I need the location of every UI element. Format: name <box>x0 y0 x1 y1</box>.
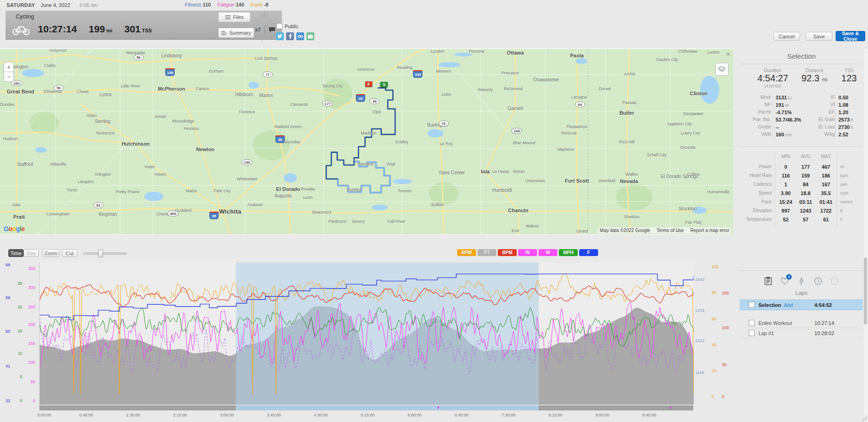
summary-tss: TSS123 <box>828 68 868 84</box>
lap-name: Selection <box>758 302 781 308</box>
fitness-metrics: Fitness110Fatigue140Form-8 <box>185 2 269 7</box>
divider <box>740 147 863 147</box>
time-tick-label: 0:00:00 <box>37 413 51 417</box>
resize-grip[interactable] <box>862 416 867 421</box>
scrollbar-thumb[interactable] <box>864 257 867 324</box>
divider <box>773 95 773 139</box>
time-tick-label: 5:15:00 <box>361 413 375 417</box>
link-share-button[interactable] <box>296 32 304 40</box>
axis-tick-label: 0 <box>722 394 736 399</box>
page-scrollbar[interactable] <box>863 49 868 422</box>
lap-name: Entire Workout <box>758 320 792 326</box>
selection-checkbox[interactable] <box>749 302 755 308</box>
trend-chart-icon[interactable] <box>262 36 268 41</box>
axis-tick-label: 50 <box>722 362 736 367</box>
power-tab-icon[interactable] <box>796 276 807 286</box>
lap-checkbox[interactable] <box>749 320 755 326</box>
files-button[interactable]: Files <box>218 12 251 22</box>
mam-value: 61 <box>823 217 829 222</box>
selection-sidebar: Selection Duration4:54:27(4:54:52)Distan… <box>740 49 863 422</box>
lap-row-lap-1[interactable]: Lap #110:28:02 <box>740 328 863 338</box>
email-share-button[interactable] <box>306 32 314 40</box>
legend-chip-w[interactable]: W <box>518 249 537 256</box>
mam-value: 0 <box>784 164 787 170</box>
map-zoom-out-button[interactable]: − <box>4 72 14 82</box>
chart-smoothing-slider-handle[interactable] <box>98 250 103 257</box>
summary-duration: Duration4:54:27(4:54:52) <box>752 68 794 88</box>
chart-smoothing-slider-track[interactable] <box>83 252 127 255</box>
chart-cut-button[interactable]: Cut <box>62 249 77 257</box>
map-data-credit: Map data ©2022 Google <box>599 228 650 233</box>
date-label: June 4, 2022 <box>41 2 70 8</box>
start-marker[interactable]: S <box>380 82 388 87</box>
time-label: 6:06 am <box>79 2 98 8</box>
custom-tab-icon[interactable] <box>830 276 840 286</box>
activity-totals: 10:27:14 199mi 301TSS <box>38 24 152 35</box>
metric-form: Form-8 <box>251 2 268 7</box>
save-label: Save <box>813 34 825 39</box>
chart-zoom-button[interactable]: Zoom <box>43 249 59 257</box>
legend-chip-f[interactable]: F <box>579 249 598 256</box>
facebook-share-button[interactable] <box>286 32 294 40</box>
activity-type-label: Cycling <box>16 13 34 20</box>
mam-row-label: Speed <box>740 190 772 196</box>
mam-unit: bpm <box>840 173 849 178</box>
chart-overview-bar[interactable]: ▾ ▾ <box>39 405 693 410</box>
laps-tab-icon[interactable] <box>763 276 773 286</box>
mam-value: 3.90 <box>781 190 790 196</box>
finish-marker[interactable]: F <box>365 81 373 87</box>
highway-shield: 99 <box>369 98 379 104</box>
public-checkbox[interactable] <box>276 23 282 29</box>
divider <box>740 64 863 64</box>
report-map-error-link[interactable]: Report a map error <box>691 228 729 233</box>
save-button[interactable]: Save <box>806 32 832 41</box>
mam-row-label: Pace <box>740 199 772 204</box>
add-lap-link[interactable]: Add <box>784 302 793 308</box>
save-close-button[interactable]: Save & Close <box>836 31 865 41</box>
mam-header: MAX <box>821 154 831 159</box>
map-layers-button[interactable] <box>715 63 728 76</box>
stat-row: Pwr. Bal.53.7/46.3%El. Gain2573ft <box>740 117 863 124</box>
terms-of-use-link[interactable]: Terms of Use <box>657 228 684 233</box>
twitter-share-button[interactable] <box>276 32 284 40</box>
bar-chart-icon[interactable] <box>262 12 268 18</box>
mam-unit: rpm <box>840 182 848 187</box>
chart-plot-area[interactable] <box>39 263 694 405</box>
divider <box>740 270 863 271</box>
highway-shield: 69 <box>575 101 585 107</box>
lap-checkbox[interactable] <box>749 330 755 336</box>
highway-shield: 35 <box>209 212 219 220</box>
legend-chip-rpm[interactable]: RPM <box>457 249 476 256</box>
google-logo[interactable]: Google <box>4 225 24 232</box>
lap-time: 4:54:52 <box>814 302 832 308</box>
highway-shield: 35 <box>275 135 285 143</box>
axis-tick-label: 0 <box>21 398 35 403</box>
map-close-button[interactable]: × <box>726 50 730 58</box>
divider <box>835 95 835 139</box>
time-tab-icon[interactable] <box>813 276 823 286</box>
overview-selection-segment[interactable] <box>236 405 538 410</box>
legend-chip-bpm[interactable]: BPM <box>498 249 517 256</box>
cancel-button[interactable]: Cancel <box>773 32 800 41</box>
time-tick-label: 9:45:00 <box>642 413 656 417</box>
map-zoom-in-button[interactable]: + <box>4 62 14 72</box>
highway-shield: 35 <box>356 94 365 102</box>
axis-tick-label: 1312 <box>695 338 709 343</box>
overview-peak-marker: ▾ <box>669 405 672 410</box>
mam-row-label: Temperature <box>740 217 772 222</box>
route-map[interactable]: HolyroodMarquetteLindsborgLost SpringsDu… <box>0 49 733 235</box>
summary-button[interactable]: Summary <box>218 28 254 38</box>
heart-rate-tab-icon[interactable]: 7 <box>780 276 790 286</box>
stat-row: VAM160m/hW/kg2.52 <box>740 132 863 139</box>
map-attribution: Map data ©2022 Google Terms of Use Repor… <box>598 227 731 233</box>
files-icon <box>225 15 231 19</box>
lap-row-entire-workout[interactable]: Entire Workout10:27:14 <box>740 318 863 328</box>
legend-chip-mph[interactable]: MPH <box>559 249 578 256</box>
lap-row-selection[interactable]: Selection Add 4:54:52 <box>740 300 863 310</box>
legend-chip-w[interactable]: W <box>538 249 557 256</box>
mam-unit: mph <box>840 191 849 196</box>
comment-bubble-icon[interactable] <box>262 24 268 30</box>
legend-chip-ft[interactable]: FT <box>477 249 496 256</box>
total-duration: 10:27:14 <box>38 24 77 35</box>
mam-row-label: Cadence <box>740 182 772 187</box>
